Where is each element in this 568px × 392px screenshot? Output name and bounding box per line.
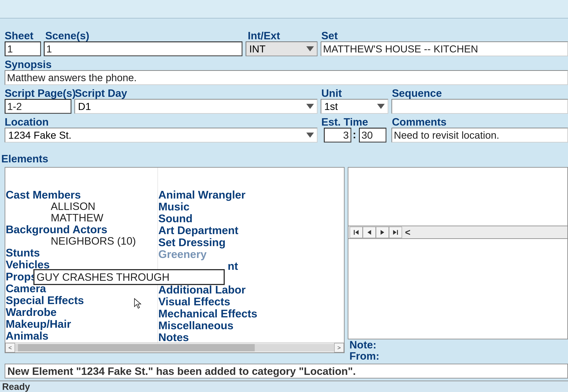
label-from: From: bbox=[349, 350, 568, 362]
preview-top-panel bbox=[348, 167, 568, 226]
unit-select[interactable]: 1st bbox=[321, 99, 388, 114]
elements-column-1: Cast Members ALLISON MATTHEW Background … bbox=[5, 168, 157, 343]
cursor-icon bbox=[134, 298, 142, 310]
category-makeup-hair[interactable]: Makeup/Hair bbox=[5, 318, 157, 330]
preview-bottom-panel bbox=[348, 239, 568, 339]
last-icon bbox=[392, 229, 399, 236]
chevron-down-icon bbox=[377, 104, 385, 109]
right-panel: < Note: From: bbox=[348, 167, 568, 353]
chevron-down-icon bbox=[306, 133, 314, 138]
scroll-thumb[interactable] bbox=[18, 344, 255, 351]
intext-select[interactable]: INT bbox=[246, 42, 318, 56]
location-select[interactable]: 1234 Fake St. bbox=[5, 128, 318, 142]
element-allison[interactable]: ALLISON bbox=[5, 201, 157, 212]
sequence-input[interactable] bbox=[391, 99, 568, 114]
set-input[interactable] bbox=[321, 42, 568, 56]
script-pages-input[interactable] bbox=[5, 99, 71, 114]
nav-next-button[interactable] bbox=[376, 227, 389, 238]
message-bar: New Element "1234 Fake St." has been add… bbox=[5, 364, 568, 378]
scroll-right-button[interactable]: > bbox=[334, 343, 344, 352]
chevron-down-icon bbox=[306, 46, 314, 51]
label-unit: Unit bbox=[321, 87, 342, 99]
nav-last-button[interactable] bbox=[389, 227, 402, 238]
time-separator: : bbox=[353, 128, 356, 141]
label-location: Location bbox=[5, 116, 49, 128]
note-area: Note: From: bbox=[348, 339, 568, 365]
scroll-track[interactable] bbox=[15, 344, 334, 351]
sheet-input[interactable] bbox=[5, 42, 41, 56]
label-est-time: Est. Time bbox=[321, 116, 368, 128]
element-neighbors[interactable]: NEIGHBORS (10) bbox=[5, 235, 157, 247]
category-stunts[interactable]: Stunts bbox=[5, 247, 157, 259]
label-sheet: Sheet bbox=[5, 30, 33, 42]
prev-icon bbox=[366, 229, 373, 236]
unit-value: 1st bbox=[324, 101, 338, 112]
nav-extra-indicator: < bbox=[405, 227, 411, 238]
script-day-value: D1 bbox=[78, 101, 91, 112]
category-background-actors[interactable]: Background Actors bbox=[5, 224, 157, 235]
category-cast-members[interactable]: Cast Members bbox=[5, 189, 157, 201]
breakdown-sheet-window: Sheet Scene(s) Int/Ext Set INT Synopsis … bbox=[0, 0, 568, 392]
next-icon bbox=[379, 229, 386, 236]
category-visual-effects[interactable]: Visual Effects bbox=[158, 295, 314, 308]
label-sequence: Sequence bbox=[392, 87, 442, 99]
category-animals[interactable]: Animals bbox=[5, 330, 157, 342]
elements-horizontal-scrollbar[interactable]: < > bbox=[5, 343, 344, 352]
label-set: Set bbox=[321, 30, 338, 42]
category-notes[interactable]: Notes bbox=[158, 331, 314, 343]
first-icon bbox=[353, 229, 360, 236]
nav-first-button[interactable] bbox=[350, 227, 363, 238]
script-day-select[interactable]: D1 bbox=[74, 99, 318, 114]
nav-prev-button[interactable] bbox=[363, 227, 376, 238]
element-matthew[interactable]: MATTHEW bbox=[5, 212, 157, 224]
label-comments: Comments bbox=[392, 116, 446, 128]
category-mechanical-effects[interactable]: Mechanical Effects bbox=[158, 308, 314, 320]
category-sound[interactable]: Sound bbox=[158, 212, 314, 224]
elements-column-2: Animal Wrangler Music Sound Art Departme… bbox=[157, 168, 314, 343]
comments-input[interactable] bbox=[391, 128, 568, 142]
synopsis-input[interactable] bbox=[5, 70, 568, 85]
est-time-minutes-input[interactable] bbox=[359, 128, 387, 142]
new-element-input[interactable] bbox=[33, 269, 225, 285]
category-art-department[interactable]: Art Department bbox=[158, 224, 314, 236]
label-scenes: Scene(s) bbox=[45, 30, 89, 42]
label-intext: Int/Ext bbox=[248, 30, 280, 42]
category-music[interactable]: Music bbox=[158, 201, 314, 212]
status-text: Ready bbox=[2, 381, 30, 392]
label-script-pages: Script Page(s) bbox=[5, 87, 76, 99]
toolbar-area bbox=[0, 0, 568, 18]
label-elements: Elements bbox=[1, 153, 48, 165]
category-set-dressing[interactable]: Set Dressing bbox=[158, 236, 314, 248]
category-additional-labor[interactable]: Additional Labor bbox=[158, 284, 314, 295]
scenes-input[interactable] bbox=[44, 42, 242, 56]
category-miscellaneous[interactable]: Miscellaneous bbox=[158, 320, 314, 331]
nav-strip: < bbox=[348, 226, 568, 239]
category-greenery[interactable]: Greenery bbox=[158, 248, 314, 260]
status-bar: Ready bbox=[0, 381, 568, 392]
label-note: Note: bbox=[349, 339, 568, 350]
intext-value: INT bbox=[249, 43, 265, 55]
label-script-day: Script Day bbox=[75, 87, 127, 99]
scroll-left-button[interactable]: < bbox=[5, 343, 15, 352]
category-vehicles[interactable]: Vehicles bbox=[5, 259, 157, 270]
est-time-hours-input[interactable] bbox=[324, 128, 351, 142]
chevron-down-icon bbox=[306, 104, 314, 109]
elements-panel: Cast Members ALLISON MATTHEW Background … bbox=[5, 167, 345, 353]
location-value: 1234 Fake St. bbox=[8, 129, 71, 141]
label-synopsis: Synopsis bbox=[5, 58, 52, 71]
category-animal-wrangler[interactable]: Animal Wrangler bbox=[158, 189, 314, 201]
elements-columns: Cast Members ALLISON MATTHEW Background … bbox=[5, 168, 344, 343]
